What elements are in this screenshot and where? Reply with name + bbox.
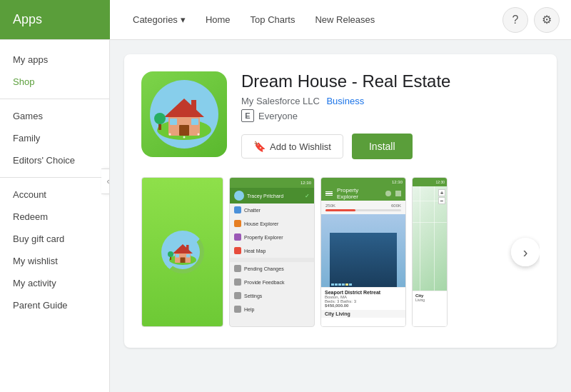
question-icon: ? [512,14,519,26]
prop-screen: 12:30 Property Explorer [321,178,405,326]
svg-rect-18 [176,254,179,258]
sidebar-item-account[interactable]: Account [0,184,109,206]
app-meta: My Salesforce LLC Business [241,96,540,106]
prop-card-title2: City Living [321,310,405,318]
phone-menu-item-heatmap: Heat Map [230,244,314,258]
header-icons: ? ⚙ [502,7,571,33]
partial-map: + − [413,186,447,291]
partial-screen: 12:30 + − [413,178,447,326]
settings-button[interactable]: ⚙ [534,7,560,33]
svg-rect-17 [180,258,185,263]
sidebar-item-my-activity[interactable]: My activity [0,272,109,294]
map-grid-h2 [413,222,447,223]
prop-card-title: Seaport District Retreat [325,290,402,295]
property-explorer-icon [234,233,241,241]
settings-menu-icon [234,292,241,299]
app-rating: E Everyone [241,109,540,122]
house-explorer-icon [234,220,241,227]
sidebar-item-my-wishlist[interactable]: My wishlist [0,250,109,272]
help-button[interactable]: ? [502,7,528,33]
partial-status-bar: 12:30 [413,178,447,186]
sidebar-item-my-apps[interactable]: My apps [0,49,109,71]
sidebar-item-buy-gift-card[interactable]: Buy gift card [0,228,109,250]
zoom-in-button[interactable]: + [438,189,445,196]
prop-slider-labels: 250K 600K [325,203,401,208]
phone-user-name: Tracey Pritchard [247,194,302,198]
screenshot-1-icon [161,231,204,273]
phone-menu-item-pending: Pending Changes [230,262,314,276]
header: Apps Categories ▾ Home Top Charts New Re… [0,0,571,40]
prop-windows [330,282,397,287]
svg-rect-4 [179,125,189,136]
prop-card-price: $450,000.00 [325,303,402,308]
sidebar-item-games[interactable]: Games [0,105,109,127]
screenshots-container: 12:30 Tracey Pritchard ✓ Chatter [141,174,540,331]
chevron-right-icon: › [523,244,528,261]
install-button[interactable]: Install [352,134,413,159]
rating-label: Everyone [258,111,298,121]
hamburger-icon [325,191,333,196]
bell-icon [385,191,391,196]
main-layout: My apps Shop Games Family Editors' Choic… [0,40,571,392]
sidebar-account-section: Account Redeem Buy gift card My wishlist… [0,184,109,316]
prop-status-bar: 12:30 [321,178,405,186]
app-info: Dream House - Real Estate My Salesforce … [241,71,540,159]
home-nav-item[interactable]: Home [197,10,239,29]
sidebar-item-shop[interactable]: Shop [0,71,109,93]
screenshot-scroll-right-button[interactable]: › [511,238,540,266]
sidebar-item-parent-guide[interactable]: Parent Guide [0,294,109,316]
app-card: Dream House - Real Estate My Salesforce … [124,54,557,348]
app-actions: 🔖 Add to Wishlist Install [241,134,540,159]
svg-point-9 [154,113,166,124]
prop-card: Seaport District Retreat Boston, MA Beds… [321,287,405,310]
svg-rect-19 [186,254,190,258]
sidebar-collapse-button[interactable]: ‹ [101,169,110,194]
screenshot-4: 12:30 + − [412,177,448,327]
brand-label: Apps [13,12,42,27]
prop-slider-bar [325,209,401,211]
sidebar-item-editors-choice[interactable]: Editors' Choice [0,149,109,171]
sidebar-item-family[interactable]: Family [0,127,109,149]
categories-nav-item[interactable]: Categories ▾ [124,10,194,29]
prop-sky [321,214,405,287]
brand-logo: Apps [0,0,110,39]
screenshot-2: 12:30 Tracey Pritchard ✓ Chatter [229,177,315,327]
top-charts-nav-item[interactable]: Top Charts [242,10,304,29]
svg-point-22 [168,251,173,257]
phone-avatar [234,191,244,201]
svg-rect-20 [186,245,189,251]
zoom-controls: + − [438,189,445,204]
main-content: Dream House - Real Estate My Salesforce … [110,40,571,392]
new-releases-nav-item[interactable]: New Releases [306,10,383,29]
rating-badge: E [241,109,254,122]
phone-screen-2: 12:30 Tracey Pritchard ✓ Chatter [230,178,314,326]
sidebar: My apps Shop Games Family Editors' Choic… [0,40,110,392]
map-grid-v1 [420,186,420,291]
phone-menu-item-settings: Settings [230,289,314,303]
prop-image-area: Seaport District Retreat Boston, MA Beds… [321,214,405,326]
screenshot-1 [141,177,223,327]
phone-menu-item-help: Help [230,303,314,316]
svg-rect-7 [191,100,196,111]
prop-nav-bar: Property Explorer [321,186,405,201]
app-icon [141,71,227,157]
phone-header: Tracey Pritchard ✓ [230,188,314,203]
pending-icon [234,265,241,272]
phone-status-bar: 12:30 [230,178,314,188]
partial-card-sub: Living [415,298,444,302]
svg-rect-5 [170,119,177,125]
screenshots: 12:30 Tracey Pritchard ✓ Chatter [141,177,448,327]
help-menu-icon [234,306,241,313]
check-icon: ✓ [305,193,310,199]
heat-map-icon [234,247,241,254]
svg-rect-6 [191,119,198,125]
app-developer: My Salesforce LLC [241,96,320,106]
chevron-down-icon: ▾ [181,14,186,25]
sidebar-divider-1 [0,99,109,99]
wishlist-button[interactable]: 🔖 Add to Wishlist [241,134,343,159]
sidebar-item-redeem[interactable]: Redeem [0,206,109,228]
zoom-out-button[interactable]: − [438,197,445,204]
phone-menu-item-chatter: Chatter [230,203,314,217]
phone-menu-item-house: House Explorer [230,217,314,231]
sidebar-divider-2 [0,177,109,178]
